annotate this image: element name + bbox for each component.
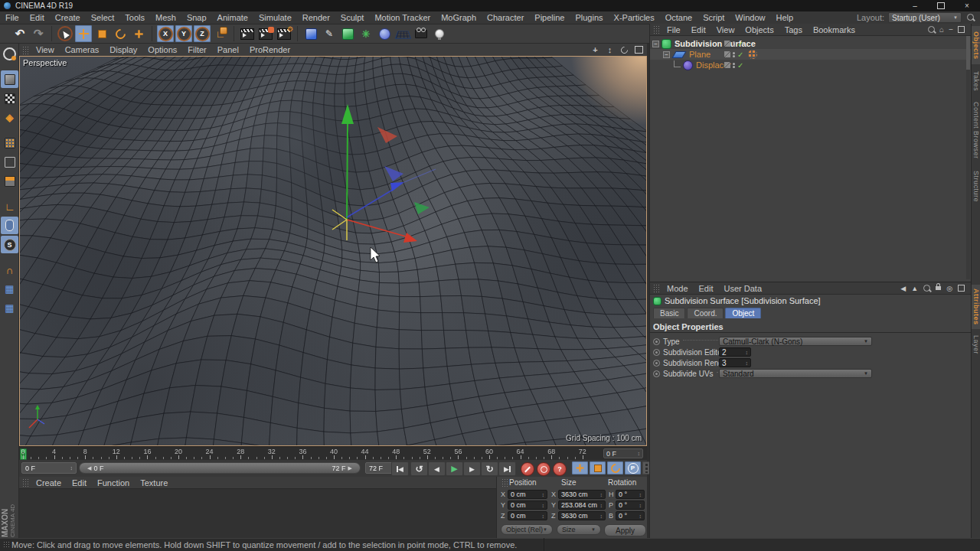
close-button[interactable]: × (954, 0, 980, 11)
menu-item[interactable]: Plugins (570, 13, 608, 22)
material-menu-item[interactable]: Edit (67, 478, 92, 487)
material-menu-item[interactable]: Create (31, 478, 67, 487)
menu-item[interactable]: Animate (212, 13, 253, 22)
key-rotation-toggle[interactable] (607, 461, 623, 474)
pos-z-field[interactable]: 0 cm↕ (508, 511, 547, 520)
scrollbar[interactable] (966, 36, 970, 279)
preview-range-slider[interactable]: ◀ 0 F 72 F ▶ (79, 462, 361, 474)
attribute-menu-item[interactable]: Edit (694, 284, 719, 293)
redo-button[interactable]: ↷ (30, 25, 47, 42)
key-circle-icon[interactable] (653, 349, 660, 356)
make-editable-button[interactable] (1, 45, 18, 63)
polygons-mode-button[interactable] (1, 172, 18, 190)
current-frame-field[interactable]: 0 F↕ (603, 448, 643, 458)
next-key-button[interactable]: ↻ (481, 461, 498, 476)
undo-button[interactable]: ↶ (11, 25, 28, 42)
pos-y-field[interactable]: 0 cm↕ (508, 500, 547, 510)
menu-item[interactable]: Script (697, 13, 730, 22)
collapse-icon[interactable]: − (949, 25, 953, 34)
tab-coord[interactable]: Coord. (687, 308, 724, 318)
range-start-field[interactable]: 0 F↕ (21, 462, 77, 474)
attribute-menu-item[interactable]: User Data (719, 284, 768, 293)
object-row-subdivision-surface[interactable]: − Subdivision Surface ✓ (650, 38, 971, 49)
visibility-toggles[interactable]: ✓ (724, 40, 743, 48)
object-manager-menu-item[interactable]: Tags (779, 25, 808, 34)
edges-mode-button[interactable] (1, 153, 18, 171)
object-manager-menu-item[interactable]: File (662, 25, 686, 34)
history-back-icon[interactable]: ◀ (900, 285, 906, 292)
parent-up-icon[interactable]: ▲ (911, 285, 918, 292)
tab-structure[interactable]: Structure (972, 166, 980, 207)
rot-p-field[interactable]: 0 °↕ (616, 500, 645, 510)
magnet-button[interactable]: ∩ (1, 261, 18, 279)
timeline-ruler[interactable]: 0 0 F↕ 048121620242832364044485256606468… (19, 446, 647, 460)
workplane-mode-button[interactable]: ◈ (1, 109, 18, 126)
tab-attributes[interactable]: Attributes (972, 285, 980, 329)
last-tool-button[interactable] (130, 25, 147, 42)
menu-item[interactable]: Tools (119, 13, 150, 22)
tab-layer[interactable]: Layer (972, 332, 980, 358)
panel-grip[interactable] (501, 478, 508, 487)
attribute-menu-item[interactable]: Mode (662, 284, 694, 293)
lock-z-button[interactable]: Z (194, 25, 211, 42)
viewport-menu-item[interactable]: Options (142, 45, 182, 54)
toggle-view-icon[interactable] (634, 46, 644, 54)
keyframe-selection-button[interactable]: ? (553, 462, 567, 476)
zoom-view-icon[interactable]: ↕ (605, 45, 615, 54)
panel-grip[interactable] (653, 284, 659, 292)
size-y-field[interactable]: 253.084 cm↕ (558, 500, 606, 510)
coordinate-system-button[interactable]: ∟ (212, 25, 229, 42)
object-manager-menu-item[interactable]: Objects (740, 25, 779, 34)
tab-content-browser[interactable]: Content Browser (972, 98, 980, 162)
previous-key-button[interactable]: ↺ (410, 461, 428, 476)
viewport-canvas-area[interactable]: Perspective Grid Spacing : 100 cm (19, 56, 647, 446)
tab-basic[interactable]: Basic (653, 308, 685, 318)
goto-end-button[interactable]: ▶ (498, 461, 516, 476)
pan-view-icon[interactable]: + (590, 45, 600, 54)
subdivision-surface-button[interactable] (339, 25, 356, 42)
camera-view-label[interactable]: Perspective (23, 58, 67, 67)
object-manager-menu-item[interactable]: Bookmarks (808, 25, 861, 34)
rotate-tool-button[interactable] (112, 25, 129, 42)
object-row-displacer[interactable]: Displacer ✓ (650, 60, 971, 70)
menu-item[interactable]: Snap (181, 13, 212, 22)
search-icon[interactable] (928, 26, 935, 33)
render-settings-button[interactable]: ⚙ (276, 25, 292, 42)
axis-mode-button[interactable]: ∟ (1, 197, 18, 215)
menu-item[interactable]: Pipeline (529, 13, 570, 22)
material-menu-item[interactable]: Function (92, 478, 135, 487)
menu-item[interactable]: Simulate (253, 13, 297, 22)
spinner-icon[interactable]: ↕ (70, 465, 74, 471)
camera-button[interactable] (413, 25, 430, 42)
viewport-menu-item[interactable]: Panel (212, 45, 244, 54)
coord-size-dropdown[interactable]: Size▼ (557, 524, 601, 535)
workplane-align-button[interactable]: ▦ (1, 299, 18, 317)
light-button[interactable] (431, 25, 448, 42)
tab-takes[interactable]: Takes (972, 68, 980, 94)
new-window-icon[interactable] (958, 285, 965, 292)
object-properties-header[interactable]: Object Properties (650, 321, 971, 333)
material-menu-item[interactable]: Texture (135, 478, 173, 487)
expander-icon[interactable]: − (652, 41, 659, 47)
object-name[interactable]: Plane (689, 50, 710, 59)
size-x-field[interactable]: 3630 cm↕ (558, 490, 606, 499)
texture-mode-button[interactable] (1, 90, 18, 107)
search-icon[interactable] (923, 285, 930, 292)
subdivide-uvs-dropdown[interactable]: Standard▼ (719, 369, 872, 378)
snap-toggle-button[interactable]: S (1, 236, 18, 253)
expander-icon[interactable]: − (663, 51, 670, 58)
spline-pen-button[interactable]: ✎ (321, 25, 338, 42)
rot-h-field[interactable]: 0 °↕ (616, 490, 645, 499)
menu-item[interactable]: Create (50, 13, 86, 22)
add-cube-button[interactable] (302, 25, 319, 42)
visibility-toggles[interactable]: ✓ (724, 61, 743, 70)
mograph-deformer-button[interactable]: ✳ (358, 25, 374, 42)
menu-item[interactable]: Character (482, 13, 529, 22)
object-manager-menu-item[interactable]: View (711, 25, 740, 34)
phong-tag-icon[interactable] (748, 50, 757, 59)
menu-item[interactable]: X-Particles (609, 13, 660, 22)
panel-grip[interactable] (653, 25, 659, 34)
menu-item[interactable]: Select (86, 13, 120, 22)
autokey-button[interactable] (537, 462, 550, 476)
workplane-lock-button[interactable]: ▦ (1, 280, 18, 298)
